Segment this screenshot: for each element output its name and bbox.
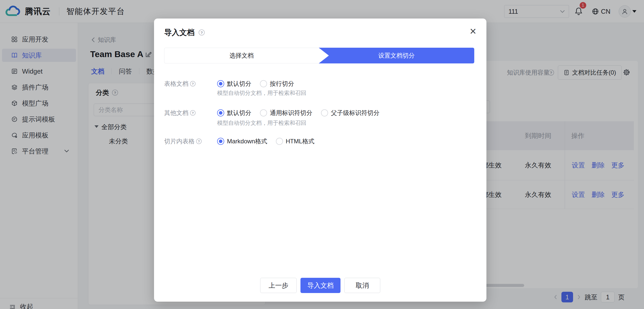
step-select-document[interactable]: 选择文档 — [164, 48, 319, 63]
help-icon[interactable]: ? — [190, 110, 196, 116]
radio-option-default-split[interactable]: 默认切分 — [217, 80, 251, 88]
radio-selected-icon[interactable] — [217, 80, 224, 87]
radio-label: 通用标识符切分 — [270, 109, 312, 117]
radio-selected-icon[interactable] — [217, 109, 224, 116]
radio-label: HTML格式 — [286, 137, 314, 145]
radio-unselected-icon[interactable] — [260, 80, 267, 87]
field-label-text: 切片内表格 — [164, 137, 195, 145]
radio-option-row-split[interactable]: 按行切分 — [260, 80, 294, 88]
help-icon[interactable]: ? — [196, 139, 202, 144]
close-icon[interactable]: × — [470, 26, 476, 37]
radio-label: Markdown格式 — [227, 137, 267, 145]
radio-label: 父子级标识符切分 — [331, 109, 380, 117]
modal-title: 导入文档 — [164, 27, 195, 38]
radio-group-table-in-slice: Markdown格式 HTML格式 — [217, 138, 314, 145]
radio-option-markdown-format[interactable]: Markdown格式 — [217, 137, 267, 145]
radio-option-parent-child-identifier-split[interactable]: 父子级标识符切分 — [321, 109, 380, 117]
import-document-button[interactable]: 导入文档 — [300, 278, 340, 293]
radio-group-table-doc: 默认切分 按行切分 — [217, 80, 294, 88]
radio-unselected-icon[interactable] — [276, 138, 283, 145]
step-set-splitting[interactable]: 设置文档切分 — [319, 48, 474, 63]
field-label-other-doc: 其他文档 ? — [164, 109, 196, 117]
field-label-table-doc: 表格文档 ? — [164, 80, 196, 88]
modal-header: 导入文档 ? — [164, 28, 205, 37]
radio-label: 按行切分 — [270, 80, 294, 88]
field-label-text: 表格文档 — [164, 80, 188, 88]
radio-selected-icon[interactable] — [217, 138, 224, 145]
radio-group-other-doc: 默认切分 通用标识符切分 父子级标识符切分 — [217, 109, 380, 117]
field-label-table-in-slice: 切片内表格 ? — [164, 138, 202, 145]
radio-option-default-split[interactable]: 默认切分 — [217, 109, 251, 117]
modal-footer: 上一步 导入文档 取消 — [154, 278, 486, 293]
help-icon[interactable]: ? — [199, 29, 205, 36]
radio-label: 默认切分 — [227, 109, 251, 117]
radio-unselected-icon[interactable] — [321, 109, 328, 116]
help-icon[interactable]: ? — [190, 81, 196, 87]
prev-step-button[interactable]: 上一步 — [260, 278, 297, 293]
radio-option-html-format[interactable]: HTML格式 — [276, 137, 314, 145]
field-hint: 模型自动切分文档，用于检索和召回 — [217, 90, 306, 96]
page: 腾讯云 智能体开发平台 111 1 CN — [0, 0, 644, 309]
radio-option-common-identifier-split[interactable]: 通用标识符切分 — [260, 109, 312, 117]
field-label-text: 其他文档 — [164, 109, 188, 117]
import-document-modal: 导入文档 ? × 选择文档 设置文档切分 表格文档 ? 默认切分 按行切分 模型… — [154, 19, 486, 302]
radio-unselected-icon[interactable] — [260, 109, 267, 116]
field-hint: 模型自动切分文档，用于检索和召回 — [217, 120, 306, 126]
cancel-button[interactable]: 取消 — [344, 278, 380, 293]
radio-label: 默认切分 — [227, 80, 251, 88]
step-tabs: 选择文档 设置文档切分 — [164, 48, 474, 63]
